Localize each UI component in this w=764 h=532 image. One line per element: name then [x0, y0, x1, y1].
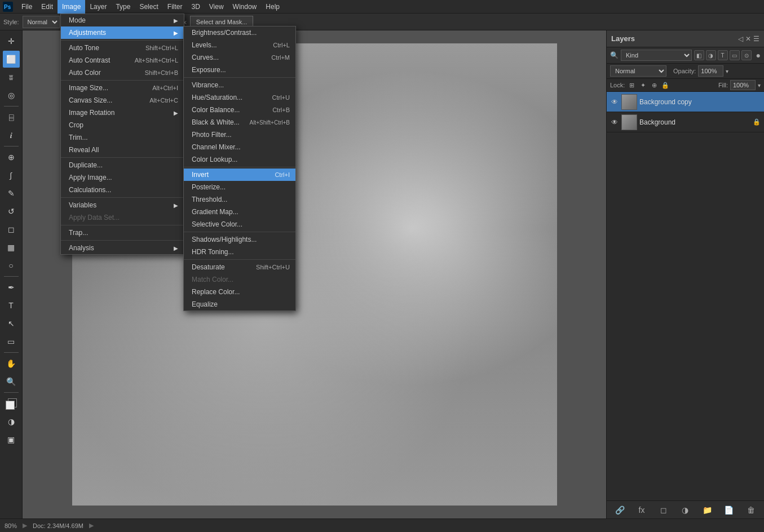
fill-input[interactable] — [730, 80, 756, 90]
adj-vibrance[interactable]: Vibrance... — [184, 79, 295, 91]
menu-type[interactable]: Type — [111, 0, 135, 14]
lock-all-icon[interactable]: 🔒 — [661, 81, 670, 90]
foreground-color[interactable] — [3, 395, 20, 412]
new-layer-button[interactable]: 📄 — [723, 504, 735, 516]
dodge-tool[interactable]: ○ — [3, 257, 20, 274]
adj-replace-color[interactable]: Replace Color... — [184, 286, 295, 298]
layers-collapse-right[interactable]: ✕ — [745, 35, 751, 43]
layer-visibility-toggle[interactable]: 👁 — [610, 97, 619, 107]
adj-threshold[interactable]: Threshold... — [184, 193, 295, 206]
fill-chevron[interactable]: ▾ — [758, 82, 761, 88]
adj-posterize[interactable]: Posterize... — [184, 181, 295, 193]
marquee-tool[interactable]: ⬜ — [3, 51, 20, 68]
spot-heal-tool[interactable]: ⊕ — [3, 149, 20, 166]
filter-shape-icon[interactable]: ▭ — [730, 50, 740, 60]
filter-pixel-icon[interactable]: ◧ — [694, 50, 704, 60]
screen-mode[interactable]: ▣ — [3, 431, 20, 448]
menu-auto-contrast[interactable]: Auto Contrast Alt+Shift+Ctrl+L — [61, 54, 184, 66]
filter-type-icon[interactable]: T — [718, 50, 728, 60]
filter-smart-icon[interactable]: ⊙ — [741, 50, 752, 60]
delete-layer-button[interactable]: 🗑 — [745, 504, 757, 516]
menu-canvas-size[interactable]: Canvas Size... Alt+Ctrl+C — [61, 94, 184, 107]
lasso-tool[interactable]: ʬ — [3, 69, 20, 86]
pen-tool[interactable]: ✒ — [3, 279, 20, 296]
gradient-tool[interactable]: ▦ — [3, 239, 20, 256]
adj-channel-mixer[interactable]: Channel Mixer... — [184, 141, 295, 153]
menu-auto-color[interactable]: Auto Color Shift+Ctrl+B — [61, 66, 184, 79]
adjustment-layer-button[interactable]: ◑ — [679, 504, 691, 516]
quick-mask-mode[interactable]: ◑ — [3, 413, 20, 430]
eyedropper-tool[interactable]: 𝒊 — [3, 127, 20, 144]
layers-menu-icon[interactable]: ☰ — [753, 35, 759, 43]
menu-apply-image[interactable]: Apply Image... — [61, 171, 184, 184]
menu-analysis[interactable]: Analysis ▶ — [61, 242, 184, 254]
menu-mode[interactable]: Mode ▶ — [61, 14, 184, 26]
menu-help[interactable]: Help — [261, 0, 284, 14]
filter-kind-select[interactable]: Kind — [621, 50, 692, 61]
menu-image-size[interactable]: Image Size... Alt+Ctrl+I — [61, 82, 184, 94]
rectangle-tool[interactable]: ▭ — [3, 333, 20, 350]
menu-image-rotation[interactable]: Image Rotation ▶ — [61, 107, 184, 119]
filter-toggle[interactable]: ● — [756, 51, 761, 60]
menu-variables[interactable]: Variables ▶ — [61, 199, 184, 211]
brush-tool[interactable]: ∫ — [3, 167, 20, 184]
menu-crop[interactable]: Crop — [61, 119, 184, 131]
menu-select[interactable]: Select — [135, 0, 162, 14]
menu-reveal-all[interactable]: Reveal All — [61, 144, 184, 156]
lock-pixels-icon[interactable]: ⊞ — [627, 81, 636, 90]
layer-row[interactable]: 👁 Background 🔒 — [607, 112, 764, 132]
adj-photo-filter[interactable]: Photo Filter... — [184, 128, 295, 141]
layer-row[interactable]: 👁 Background copy — [607, 92, 764, 112]
link-layers-button[interactable]: 🔗 — [613, 504, 626, 516]
menu-adjustments[interactable]: Adjustments ▶ — [61, 26, 184, 39]
adj-invert[interactable]: Invert Ctrl+I — [184, 169, 295, 181]
adj-curves[interactable]: Curves... Ctrl+M — [184, 51, 295, 64]
adj-gradient-map[interactable]: Gradient Map... — [184, 206, 295, 218]
adj-shadows-highlights[interactable]: Shadows/Highlights... — [184, 233, 295, 246]
menu-file[interactable]: File — [17, 0, 37, 14]
adj-levels[interactable]: Levels... Ctrl+L — [184, 39, 295, 51]
menu-auto-tone[interactable]: Auto Tone Shift+Ctrl+L — [61, 42, 184, 54]
menu-filter[interactable]: Filter — [163, 0, 187, 14]
adj-hdr-toning[interactable]: HDR Toning... — [184, 246, 295, 258]
lock-artboard-icon[interactable]: ⊕ — [650, 81, 659, 90]
opacity-input[interactable] — [698, 65, 723, 77]
lock-position-icon[interactable]: ✦ — [638, 81, 647, 90]
clone-tool[interactable]: ✎ — [3, 185, 20, 202]
style-select[interactable]: Normal — [23, 16, 60, 28]
quick-select-tool[interactable]: ◎ — [3, 87, 20, 104]
menu-duplicate[interactable]: Duplicate... — [61, 159, 184, 171]
adj-brightness-contrast[interactable]: Brightness/Contrast... — [184, 26, 295, 39]
menu-3d[interactable]: 3D — [187, 0, 204, 14]
type-tool[interactable]: T — [3, 297, 20, 314]
menu-trim[interactable]: Trim... — [61, 131, 184, 144]
hand-tool[interactable]: ✋ — [3, 355, 20, 372]
move-tool[interactable]: ✛ — [3, 33, 20, 50]
layers-collapse-left[interactable]: ◁ — [738, 35, 743, 43]
adj-exposure[interactable]: Exposure... — [184, 64, 295, 76]
adj-hue-saturation[interactable]: Hue/Saturation... Ctrl+U — [184, 91, 295, 104]
adj-black-white[interactable]: Black & White... Alt+Shift+Ctrl+B — [184, 116, 295, 128]
adj-selective-color[interactable]: Selective Color... — [184, 218, 295, 230]
opacity-chevron[interactable]: ▾ — [726, 68, 728, 74]
zoom-tool[interactable]: 🔍 — [3, 373, 20, 390]
menu-image[interactable]: Image — [58, 0, 85, 14]
menu-calculations[interactable]: Calculations... — [61, 184, 184, 196]
adj-color-balance[interactable]: Color Balance... Ctrl+B — [184, 104, 295, 116]
add-style-button[interactable]: fx — [635, 504, 648, 516]
history-brush-tool[interactable]: ↺ — [3, 203, 20, 220]
menu-window[interactable]: Window — [228, 0, 262, 14]
layer-visibility-toggle[interactable]: 👁 — [610, 118, 619, 127]
crop-tool[interactable]: ⌸ — [3, 109, 20, 126]
adj-desaturate[interactable]: Desaturate Shift+Ctrl+U — [184, 261, 295, 273]
path-select-tool[interactable]: ↖ — [3, 315, 20, 332]
menu-view[interactable]: View — [205, 0, 228, 14]
new-group-button[interactable]: 📁 — [701, 504, 713, 516]
menu-edit[interactable]: Edit — [37, 0, 58, 14]
menu-layer[interactable]: Layer — [85, 0, 111, 14]
eraser-tool[interactable]: ◻ — [3, 221, 20, 238]
blend-mode-select[interactable]: Normal — [610, 65, 666, 77]
menu-trap[interactable]: Trap... — [61, 227, 184, 239]
adj-color-lookup[interactable]: Color Lookup... — [184, 153, 295, 166]
adj-equalize[interactable]: Equalize — [184, 298, 295, 311]
